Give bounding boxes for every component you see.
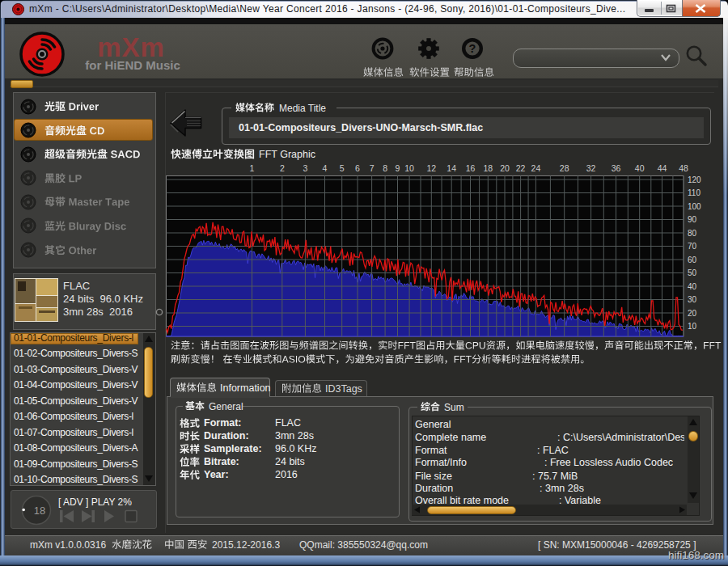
svg-text:2: 2 bbox=[280, 164, 285, 173]
svg-text:5: 5 bbox=[340, 164, 345, 173]
svg-text:10: 10 bbox=[404, 164, 414, 173]
svg-text:1: 1 bbox=[250, 164, 255, 173]
svg-text:100: 100 bbox=[688, 202, 701, 211]
svg-text:3: 3 bbox=[303, 164, 307, 173]
svg-text:14: 14 bbox=[447, 164, 456, 173]
svg-text:20: 20 bbox=[688, 309, 697, 318]
svg-text:70: 70 bbox=[688, 242, 697, 251]
svg-text:?: ? bbox=[469, 42, 476, 55]
svg-text:16: 16 bbox=[466, 164, 476, 173]
svg-text:18: 18 bbox=[483, 164, 493, 173]
svg-text:110: 110 bbox=[688, 188, 700, 197]
svg-text:9: 9 bbox=[396, 164, 400, 173]
svg-text:40: 40 bbox=[635, 164, 645, 173]
svg-text:8: 8 bbox=[383, 164, 387, 173]
svg-text:44: 44 bbox=[658, 164, 667, 173]
svg-text:10: 10 bbox=[688, 322, 697, 331]
svg-text:40: 40 bbox=[688, 282, 697, 291]
svg-text:24: 24 bbox=[531, 164, 541, 173]
svg-text:4: 4 bbox=[323, 164, 328, 173]
svg-text:80: 80 bbox=[688, 229, 697, 238]
svg-text:32: 32 bbox=[586, 164, 596, 173]
svg-text:28: 28 bbox=[560, 164, 569, 173]
svg-text:90: 90 bbox=[688, 215, 697, 224]
svg-text:12: 12 bbox=[426, 164, 436, 173]
svg-text:20: 20 bbox=[500, 164, 510, 173]
svg-text:30: 30 bbox=[688, 295, 697, 304]
svg-text:120: 120 bbox=[688, 175, 701, 184]
svg-text:7: 7 bbox=[370, 164, 375, 173]
svg-text:50: 50 bbox=[688, 268, 697, 277]
svg-text:48: 48 bbox=[679, 164, 688, 173]
svg-text:60: 60 bbox=[688, 256, 697, 264]
svg-text:6: 6 bbox=[355, 164, 360, 173]
svg-text:18: 18 bbox=[34, 505, 45, 517]
svg-text:36: 36 bbox=[612, 164, 621, 173]
svg-text:22: 22 bbox=[516, 164, 526, 173]
